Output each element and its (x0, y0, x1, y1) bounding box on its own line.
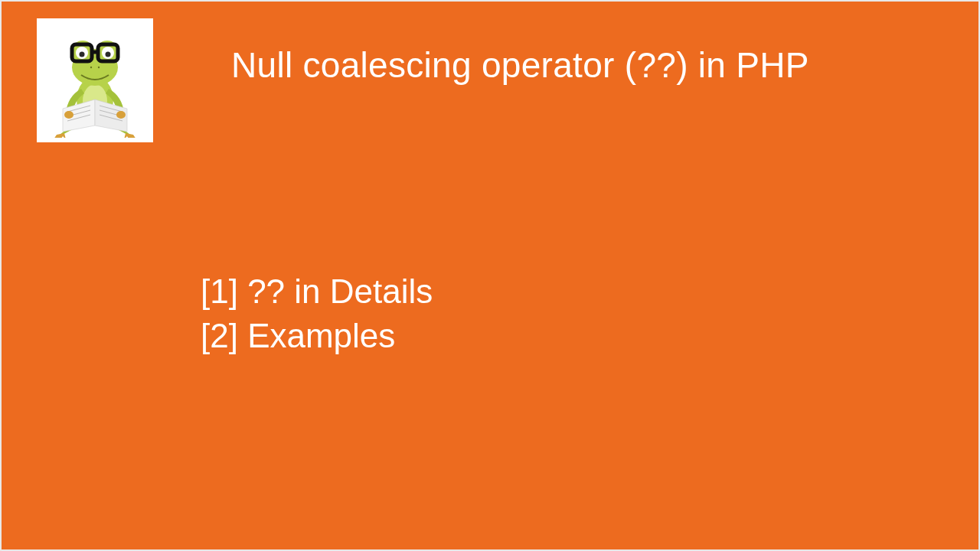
svg-point-9 (116, 111, 126, 119)
svg-point-8 (64, 111, 74, 119)
svg-point-21 (98, 67, 100, 68)
slide-title: Null coalescing operator (??) in PHP (231, 44, 809, 86)
slide: Null coalescing operator (??) in PHP [1]… (2, 2, 978, 549)
agenda-list: [1] ?? in Details [2] Examples (201, 269, 433, 358)
logo-box (37, 18, 153, 142)
frog-reading-icon (49, 23, 141, 138)
svg-point-20 (90, 67, 92, 68)
svg-point-19 (106, 52, 111, 57)
agenda-item-1: [1] ?? in Details (201, 269, 433, 314)
svg-point-18 (80, 52, 85, 57)
agenda-item-2: [2] Examples (201, 314, 433, 358)
